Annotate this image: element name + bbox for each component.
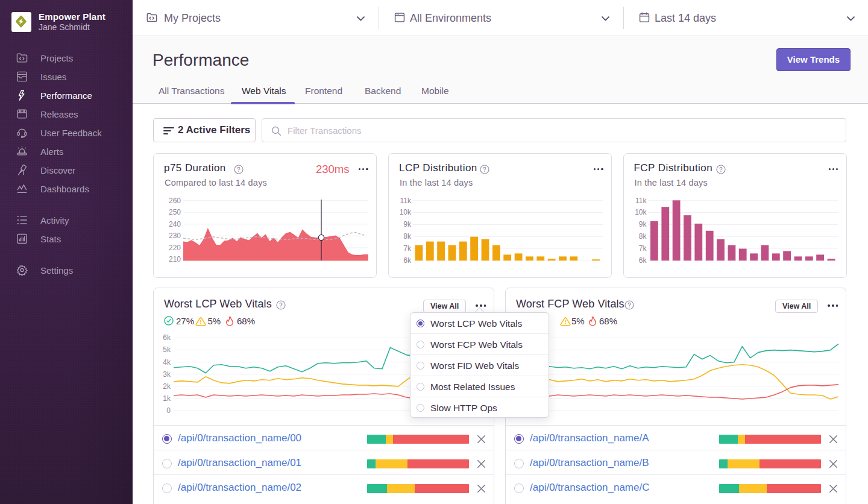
svg-text:9k: 9k <box>403 220 412 228</box>
svg-text:5k: 5k <box>163 345 171 354</box>
svg-text:220: 220 <box>169 244 181 252</box>
svg-text:6k: 6k <box>638 256 647 265</box>
svg-text:1k: 1k <box>163 394 171 403</box>
svg-text:10k: 10k <box>635 208 647 216</box>
svg-text:7k: 7k <box>638 244 647 253</box>
svg-text:230: 230 <box>169 232 181 240</box>
svg-text:11k: 11k <box>635 197 647 205</box>
svg-text:6k: 6k <box>403 256 412 265</box>
svg-text:260: 260 <box>169 197 181 205</box>
svg-text:2k: 2k <box>163 382 171 391</box>
svg-text:7k: 7k <box>403 244 412 253</box>
svg-text:10k: 10k <box>400 208 412 216</box>
svg-text:250: 250 <box>169 208 181 216</box>
svg-text:11k: 11k <box>400 197 412 205</box>
svg-text:9k: 9k <box>638 220 647 228</box>
svg-text:4k: 4k <box>163 358 171 367</box>
svg-text:6k: 6k <box>163 333 171 342</box>
svg-text:8k: 8k <box>403 232 412 241</box>
svg-text:8k: 8k <box>638 232 647 241</box>
svg-text:240: 240 <box>169 220 181 228</box>
svg-text:210: 210 <box>169 255 181 263</box>
svg-text:0: 0 <box>166 406 171 415</box>
svg-text:3k: 3k <box>163 370 171 379</box>
